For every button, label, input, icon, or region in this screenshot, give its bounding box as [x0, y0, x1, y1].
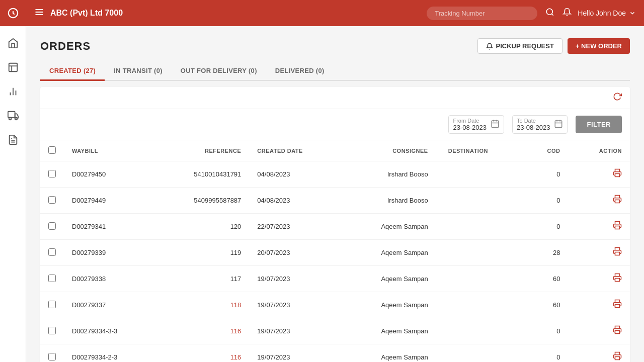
to-date-calendar-icon[interactable] [554, 119, 563, 130]
table-row: D00279338 117 19/07/2023 Aqeem Sampan 60 [40, 266, 630, 292]
th-reference: REFERENCE [155, 140, 249, 161]
row-cod: 60 [523, 292, 573, 318]
row-created-date: 19/07/2023 [249, 318, 341, 344]
select-all-checkbox[interactable] [48, 146, 56, 154]
row-checkbox[interactable] [48, 301, 56, 308]
row-checkbox[interactable] [48, 275, 56, 282]
filter-button[interactable]: FILTER [576, 116, 622, 133]
tab-in-transit[interactable]: IN TRANSIT (0) [105, 62, 172, 81]
search-icon[interactable] [545, 8, 554, 19]
th-cod: COD [523, 140, 573, 161]
row-waybill: D00279341 [64, 214, 155, 240]
tab-created[interactable]: CREATED (27) [40, 62, 105, 81]
header-actions: PICKUP REQUEST + NEW ORDER [477, 38, 630, 54]
row-action [573, 188, 630, 214]
row-created-date: 19/07/2023 [249, 344, 341, 363]
print-icon[interactable] [613, 196, 622, 206]
print-icon[interactable] [613, 248, 622, 258]
user-label: Hello John Doe [578, 9, 626, 17]
row-created-date: 20/07/2023 [249, 240, 341, 266]
row-action [573, 344, 630, 363]
row-checkbox[interactable] [48, 327, 56, 334]
notification-icon[interactable] [562, 8, 572, 19]
navbar: ABC (Pvt) Ltd 7000 Hello John Doe [26, 0, 644, 26]
row-destination [440, 318, 523, 344]
sidebar-item-orders[interactable] [0, 55, 26, 79]
tab-out-for-delivery[interactable]: OUT FOR DELIVERY (0) [172, 62, 266, 81]
row-action [573, 318, 630, 344]
row-checkbox[interactable] [48, 222, 56, 230]
th-consignee: CONSIGNEE [341, 140, 440, 161]
sidebar-item-home[interactable] [0, 31, 26, 55]
svg-point-15 [547, 9, 553, 15]
menu-icon[interactable] [34, 7, 44, 20]
th-waybill: WAYBILL [64, 140, 155, 161]
print-icon[interactable] [613, 301, 622, 310]
print-icon[interactable] [613, 170, 622, 179]
row-cod: 0 [523, 318, 573, 344]
row-checkbox[interactable] [48, 170, 56, 177]
svg-rect-27 [615, 226, 620, 229]
row-checkbox[interactable] [48, 196, 56, 204]
from-date-calendar-icon[interactable] [491, 119, 500, 130]
from-date-label: From Date [453, 118, 487, 124]
row-checkbox-cell [40, 318, 64, 344]
from-date-wrapper: From Date 23-08-2023 [448, 115, 504, 134]
sidebar-item-delivery[interactable] [0, 104, 26, 128]
row-reference: 120 [155, 214, 249, 240]
svg-rect-31 [615, 331, 620, 334]
sidebar [0, 0, 26, 362]
refresh-icon[interactable] [613, 92, 622, 104]
row-checkbox-cell [40, 292, 64, 318]
row-checkbox[interactable] [48, 353, 56, 360]
svg-rect-28 [615, 252, 620, 255]
svg-rect-26 [615, 200, 620, 203]
svg-line-16 [552, 14, 553, 15]
row-action [573, 240, 630, 266]
table-row: D00279449 5409995587887 04/08/2023 Irsha… [40, 188, 630, 214]
row-waybill: D00279334-2-3 [64, 344, 155, 363]
table-row: D00279450 5410010431791 04/08/2023 Irsha… [40, 161, 630, 188]
row-cod: 0 [523, 214, 573, 240]
table-row: D00279334-3-3 116 19/07/2023 Aqeem Sampa… [40, 318, 630, 344]
row-destination [440, 292, 523, 318]
tracking-search-input[interactable] [427, 7, 537, 20]
svg-rect-25 [615, 174, 620, 177]
svg-rect-30 [615, 305, 620, 308]
th-select-all [40, 140, 64, 161]
orders-tabs: CREATED (27) IN TRANSIT (0) OUT FOR DELI… [40, 62, 630, 81]
tab-delivered[interactable]: DELIVERED (0) [266, 62, 334, 81]
row-cod: 0 [523, 161, 573, 188]
pickup-request-button[interactable]: PICKUP REQUEST [477, 38, 562, 54]
sidebar-item-analytics[interactable] [0, 79, 26, 104]
row-waybill: D00279339 [64, 240, 155, 266]
row-reference: 116 [155, 318, 249, 344]
print-icon[interactable] [613, 327, 622, 336]
print-icon[interactable] [613, 222, 622, 232]
row-reference: 118 [155, 292, 249, 318]
main-area: ABC (Pvt) Ltd 7000 Hello John Doe ORDERS… [26, 0, 644, 362]
row-destination [440, 188, 523, 214]
row-waybill: D00279449 [64, 188, 155, 214]
print-icon[interactable] [613, 275, 622, 284]
svg-point-8 [9, 118, 11, 120]
sidebar-item-reports[interactable] [0, 128, 26, 152]
row-reference: 5410010431791 [155, 161, 249, 188]
row-created-date: 19/07/2023 [249, 292, 341, 318]
row-waybill: D00279450 [64, 161, 155, 188]
row-consignee: Irshard Booso [341, 161, 440, 188]
row-checkbox[interactable] [48, 248, 56, 256]
new-order-button[interactable]: + NEW ORDER [568, 38, 630, 54]
row-consignee: Aqeem Sampan [341, 214, 440, 240]
user-menu[interactable]: Hello John Doe [578, 9, 636, 17]
from-date-group: From Date 23-08-2023 [453, 118, 487, 131]
row-consignee: Aqeem Sampan [341, 344, 440, 363]
print-icon[interactable] [613, 353, 622, 362]
row-cod: 28 [523, 240, 573, 266]
svg-rect-29 [615, 279, 620, 282]
to-date-wrapper: To Date 23-08-2023 [512, 115, 568, 134]
row-reference: 117 [155, 266, 249, 292]
row-action [573, 292, 630, 318]
svg-rect-21 [555, 121, 562, 128]
table-row: D00279337 118 19/07/2023 Aqeem Sampan 60 [40, 292, 630, 318]
